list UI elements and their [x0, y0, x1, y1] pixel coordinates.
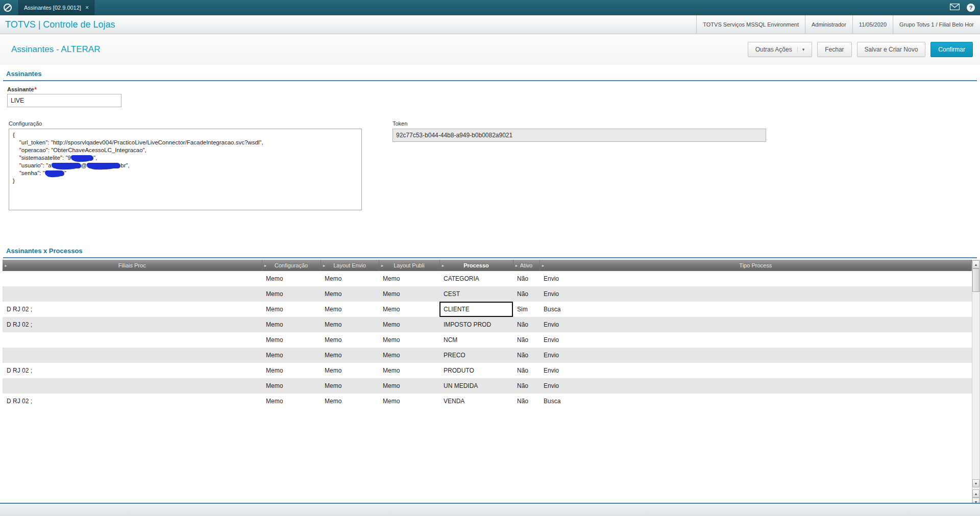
grid-cell-layout_envio[interactable]: Memo: [321, 302, 379, 317]
grid-cell-filiais[interactable]: [3, 378, 262, 394]
grid-cell-layout_publi[interactable]: Memo: [379, 302, 439, 317]
grid-cell-tipo[interactable]: Envio: [540, 378, 972, 394]
grid-cell-ativo[interactable]: Não: [513, 363, 540, 378]
table-row[interactable]: D RJ 02 ;MemoMemoMemoPRODUTONãoEnvio: [3, 363, 972, 378]
grid-cell-layout_envio[interactable]: Memo: [321, 332, 379, 348]
grid-cell-configuracao[interactable]: Memo: [262, 378, 321, 394]
scrollbar-thumb[interactable]: [972, 268, 979, 292]
grid-cell-filiais[interactable]: [3, 286, 262, 302]
tab-close-icon[interactable]: ×: [85, 4, 89, 11]
grid-cell-filiais[interactable]: [3, 332, 262, 348]
section-title-assinantes: Assinantes: [6, 70, 980, 78]
grid-cell-layout_envio[interactable]: Memo: [321, 394, 379, 409]
grid-cell-ativo[interactable]: Não: [513, 394, 540, 409]
scroll-down-button[interactable]: ▼: [972, 479, 979, 487]
column-header-tipo[interactable]: ►Tipo Process: [540, 260, 972, 271]
tab-assinantes[interactable]: Assinantes [02.9.0012] ×: [18, 0, 94, 15]
grid-cell-layout_publi[interactable]: Memo: [379, 271, 439, 286]
grid-cell-configuracao[interactable]: Memo: [262, 363, 321, 378]
fechar-button[interactable]: Fechar: [817, 42, 851, 57]
grid-cell-layout_envio[interactable]: Memo: [321, 378, 379, 394]
grid-cell-configuracao[interactable]: Memo: [262, 271, 321, 286]
grid-cell-tipo[interactable]: Envio: [540, 317, 972, 332]
grid-cell-layout_publi[interactable]: Memo: [379, 348, 439, 363]
table-row[interactable]: MemoMemoMemoCESTNãoEnvio: [3, 286, 972, 302]
grid-cell-layout_publi[interactable]: Memo: [379, 317, 439, 332]
grid-cell-processo[interactable]: CATEGORIA: [439, 271, 513, 286]
grid-cell-ativo[interactable]: Não: [513, 271, 540, 286]
grid-cell-filiais[interactable]: D RJ 02 ;: [3, 363, 262, 378]
grid-cell-processo[interactable]: PRECO: [439, 348, 513, 363]
grid-vertical-scrollbar[interactable]: ▲ ▼ ▲ ▼: [972, 260, 980, 506]
table-row[interactable]: MemoMemoMemoCATEGORIANãoEnvio: [3, 271, 972, 286]
table-row[interactable]: MemoMemoMemoPRECONãoEnvio: [3, 348, 972, 363]
grid-cell-processo[interactable]: VENDA: [439, 394, 513, 409]
grid-cell-layout_envio[interactable]: Memo: [321, 363, 379, 378]
grid-cell-tipo[interactable]: Envio: [540, 271, 972, 286]
grid-cell-tipo[interactable]: Envio: [540, 348, 972, 363]
mail-icon[interactable]: [950, 3, 960, 12]
table-row[interactable]: D RJ 02 ;MemoMemoMemoIMPOSTO PRODNãoEnvi…: [3, 317, 972, 332]
scrollbar-track[interactable]: [972, 292, 979, 479]
grid-cell-layout_envio[interactable]: Memo: [321, 317, 379, 332]
grid-cell-filiais[interactable]: D RJ 02 ;: [3, 394, 262, 409]
column-header-processo[interactable]: ►Processo: [439, 260, 513, 271]
confirmar-button[interactable]: Confirmar: [930, 42, 973, 57]
grid-cell-ativo[interactable]: Não: [513, 348, 540, 363]
grid-cell-layout_envio[interactable]: Memo: [321, 348, 379, 363]
grid-cell-processo[interactable]: CLIENTE: [439, 302, 513, 317]
grid-cell-processo[interactable]: UN MEDIDA: [439, 378, 513, 394]
table-row[interactable]: MemoMemoMemoNCMNãoEnvio: [3, 332, 972, 348]
grid-cell-layout_publi[interactable]: Memo: [379, 378, 439, 394]
table-row[interactable]: D RJ 02 ;MemoMemoMemoVENDANãoBusca: [3, 394, 972, 409]
grid-cell-tipo[interactable]: Busca: [540, 394, 972, 409]
smartclient-logo-icon[interactable]: [0, 3, 15, 12]
grid-cell-layout_publi[interactable]: Memo: [379, 394, 439, 409]
grid-cell-filiais[interactable]: D RJ 02 ;: [3, 317, 262, 332]
grid-cell-ativo[interactable]: Não: [513, 317, 540, 332]
column-header-layout_envio[interactable]: ►Layout Envio: [321, 260, 379, 271]
page-scroll-up-button[interactable]: ▲: [972, 489, 979, 498]
column-header-configuracao[interactable]: ►Configuração: [262, 260, 321, 271]
grid-cell-layout_envio[interactable]: Memo: [321, 271, 379, 286]
grid-cell-configuracao[interactable]: Memo: [262, 302, 321, 317]
grid-cell-processo[interactable]: IMPOSTO PROD: [439, 317, 513, 332]
grid-cell-ativo[interactable]: Sim: [513, 302, 540, 317]
grid-cell-filiais[interactable]: [3, 348, 262, 363]
configuracao-editor[interactable]: { "url_token": "http://sposrvlqadev004/P…: [9, 129, 362, 210]
token-input[interactable]: [393, 129, 766, 142]
column-header-filiais[interactable]: ►Filiais Proc: [3, 260, 262, 271]
grid-cell-layout_publi[interactable]: Memo: [379, 286, 439, 302]
grid-cell-tipo[interactable]: Envio: [540, 363, 972, 378]
grid-cell-configuracao[interactable]: Memo: [262, 394, 321, 409]
grid-cell-configuracao[interactable]: Memo: [262, 332, 321, 348]
assinante-input[interactable]: [7, 94, 121, 107]
grid-cell-tipo[interactable]: Envio: [540, 286, 972, 302]
company-branch-label: Grupo Totvs 1 / Filial Belo Hor: [893, 15, 980, 34]
column-header-ativo[interactable]: ►Ativo: [513, 260, 540, 271]
table-row[interactable]: MemoMemoMemoUN MEDIDANãoEnvio: [3, 378, 972, 394]
grid-cell-processo[interactable]: NCM: [439, 332, 513, 348]
salvar-e-criar-novo-button[interactable]: Salvar e Criar Novo: [857, 42, 926, 57]
column-header-layout_publi[interactable]: ►Layout Publi: [379, 260, 439, 271]
grid-cell-ativo[interactable]: Não: [513, 332, 540, 348]
grid-cell-configuracao[interactable]: Memo: [262, 317, 321, 332]
grid-cell-filiais[interactable]: D RJ 02 ;: [3, 302, 262, 317]
help-icon[interactable]: ?: [967, 4, 975, 12]
outras-acoes-button[interactable]: Outras Ações ▾: [748, 42, 813, 57]
grid-cell-tipo[interactable]: Busca: [540, 302, 972, 317]
grid-cell-processo[interactable]: CEST: [439, 286, 513, 302]
grid-cell-ativo[interactable]: Não: [513, 286, 540, 302]
table-row[interactable]: D RJ 02 ;MemoMemoMemoCLIENTESimBusca: [3, 302, 972, 317]
grid-cell-layout_publi[interactable]: Memo: [379, 332, 439, 348]
scroll-up-button[interactable]: ▲: [972, 260, 979, 268]
chevron-down-icon[interactable]: ▾: [797, 47, 805, 52]
grid-cell-filiais[interactable]: [3, 271, 262, 286]
grid-cell-layout_envio[interactable]: Memo: [321, 286, 379, 302]
grid-cell-configuracao[interactable]: Memo: [262, 286, 321, 302]
grid-cell-ativo[interactable]: Não: [513, 378, 540, 394]
grid-cell-configuracao[interactable]: Memo: [262, 348, 321, 363]
grid-cell-processo[interactable]: PRODUTO: [439, 363, 513, 378]
grid-cell-layout_publi[interactable]: Memo: [379, 363, 439, 378]
grid-cell-tipo[interactable]: Envio: [540, 332, 972, 348]
